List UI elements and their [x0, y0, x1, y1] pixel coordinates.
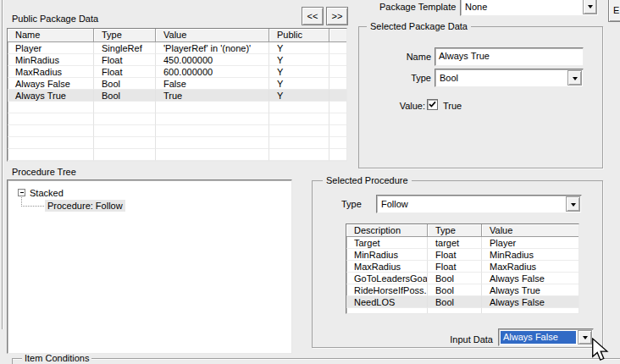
table-row-empty [8, 137, 346, 149]
table-row-empty [8, 125, 346, 137]
column-header-public[interactable]: Public [269, 29, 329, 42]
table-row-empty [8, 113, 346, 125]
table-row-selected[interactable]: NeedLOS Bool Always False [346, 296, 578, 308]
column-header-spacer [329, 29, 346, 42]
tree-connector-horizontal [21, 206, 44, 207]
type-select[interactable]: Bool [435, 69, 584, 87]
input-data-label: Input Data [440, 334, 493, 345]
outer-group-border-highlight [3, 0, 3, 329]
cell-description: Target [346, 237, 428, 249]
selected-procedure-group: Selected Procedure Type Follow Descripti… [312, 180, 603, 348]
procedure-type-label: Type [341, 199, 362, 210]
cell-public: Y [269, 90, 329, 102]
cell-description: NeedLOS [346, 296, 428, 308]
cell-public: Y [269, 78, 329, 90]
item-conditions-group-border-left [12, 358, 13, 364]
nav-forward-button[interactable]: >> [326, 7, 348, 25]
input-data-select[interactable]: Always False [498, 328, 594, 346]
nav-back-button[interactable]: << [302, 7, 324, 25]
public-package-data-table: Name Type Value Public Player SingleRef … [7, 28, 347, 162]
cell-name: MinRadius [8, 54, 94, 66]
table-row[interactable]: GoToLeadersGoal Bool Always False [346, 273, 578, 284]
cell-value: 600.000000 [156, 66, 269, 78]
cell-name: Always False [8, 78, 94, 90]
table-row[interactable]: MaxRadius Float MaxRadius [346, 261, 578, 273]
cell-type: Bool [94, 90, 156, 102]
value-checkbox-text: True [443, 101, 462, 112]
type-select-value: Bool [440, 73, 458, 84]
cell-spacer [329, 42, 346, 54]
table-row[interactable]: MinRadius Float 450.000000 Y [8, 54, 346, 66]
edit-template-button[interactable]: E [608, 0, 620, 22]
type-field-label: Type [376, 73, 431, 84]
tree-item-stacked[interactable]: Stacked [30, 188, 64, 199]
table-row[interactable]: MaxRadius Float 600.000000 Y [8, 66, 346, 78]
item-conditions-group-border-highlight [12, 359, 620, 360]
procedure-type-select[interactable]: Follow [376, 195, 582, 213]
column-header-description[interactable]: Description [346, 224, 428, 237]
cell-type: Bool [428, 273, 482, 284]
chevron-down-icon[interactable] [566, 196, 580, 212]
table-row-empty [8, 102, 346, 113]
cell-type: Float [428, 249, 482, 261]
cell-value: Player [482, 237, 578, 249]
checkmark-icon [429, 101, 436, 108]
tree-collapse-icon[interactable] [18, 189, 25, 196]
procedure-params-table: Description Type Value Target target Pla… [346, 223, 579, 314]
table-row-empty [346, 308, 578, 314]
table-header: Name Type Value Public [8, 29, 346, 42]
package-template-label: Package Template [379, 2, 456, 13]
cell-spacer [329, 90, 346, 102]
selected-package-data-group: Selected Package Data Name Always True T… [358, 26, 603, 168]
cell-type: target [428, 237, 482, 249]
name-field[interactable]: Always True [435, 47, 584, 66]
table-row[interactable]: MinRadius Float MinRadius [346, 249, 578, 261]
selected-package-data-group-label: Selected Package Data [367, 21, 471, 32]
chevron-down-icon[interactable] [583, 0, 597, 14]
cell-value: 'PlayerRef' in '(none)' [156, 42, 269, 54]
cell-description: RideHorseIfPoss... [346, 284, 428, 296]
cell-type: Float [94, 54, 156, 66]
cell-name: Always True [8, 90, 94, 102]
table-row[interactable]: Always False Bool False Y [8, 78, 346, 90]
column-header-value[interactable]: Value [156, 29, 269, 42]
cell-value: Always False [482, 273, 578, 284]
cell-description: MaxRadius [346, 261, 428, 273]
chevron-down-icon[interactable] [578, 330, 592, 345]
input-data-value: Always False [501, 331, 576, 344]
cell-value: Always False [482, 296, 578, 308]
cell-name: MaxRadius [8, 66, 94, 78]
procedure-tree: Stacked Procedure: Follow [7, 179, 292, 354]
column-header-type[interactable]: Type [428, 224, 482, 237]
table-header: Description Type Value [346, 224, 578, 237]
cell-type: Float [94, 66, 156, 78]
column-header-name[interactable]: Name [8, 29, 94, 42]
public-package-data-label: Public Package Data [12, 14, 98, 25]
value-checkbox[interactable] [427, 99, 438, 110]
cell-spacer [329, 54, 346, 66]
cell-public: Y [269, 66, 329, 78]
table-row-selected[interactable]: Always True Bool True Y [8, 90, 346, 102]
column-header-value[interactable]: Value [482, 224, 578, 237]
package-template-select[interactable]: None [460, 0, 599, 16]
cell-spacer [329, 66, 346, 78]
cell-description: MinRadius [346, 249, 428, 261]
tree-item-procedure-follow[interactable]: Procedure: Follow [45, 200, 125, 212]
chevron-down-icon[interactable] [567, 70, 582, 85]
mouse-cursor-icon [592, 338, 609, 362]
table-row[interactable]: Player SingleRef 'PlayerRef' in '(none)'… [8, 42, 346, 54]
selected-procedure-group-label: Selected Procedure [323, 175, 412, 186]
cell-value: True [156, 90, 269, 102]
cell-value: MinRadius [482, 249, 578, 261]
column-header-type[interactable]: Type [94, 29, 156, 42]
cell-type: SingleRef [94, 42, 156, 54]
cell-public: Y [269, 54, 329, 66]
cell-type: Float [428, 261, 482, 273]
cell-value: False [156, 78, 269, 90]
cell-type: Bool [94, 78, 156, 90]
table-row[interactable]: Target target Player [346, 237, 578, 249]
table-row[interactable]: RideHorseIfPoss... Bool Always True [346, 284, 578, 296]
cell-name: Player [8, 42, 94, 54]
cell-description: GoToLeadersGoal [346, 273, 428, 284]
cell-value: 450.000000 [156, 54, 269, 66]
